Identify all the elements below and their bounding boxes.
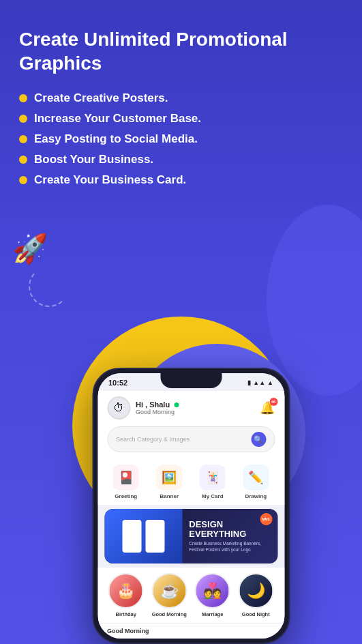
bullet-item-2: Increase Your Customer Base. — [19, 112, 343, 126]
user-info: ⏱ Hi , Shalu Good Morning — [107, 396, 179, 420]
status-icons: ▮ ▲▲ ▲ — [247, 379, 273, 386]
phone-inner: 10:52 ▮ ▲▲ ▲ ⏱ Hi , Shalu Good Mo — [97, 373, 284, 639]
category-drawing[interactable]: ✏️ Drawing — [243, 465, 269, 499]
greeting-text: Hi , Shalu — [136, 400, 179, 409]
bottom-label-text: Good Morning — [107, 628, 149, 634]
banner-left-visual — [104, 509, 182, 564]
search-placeholder: Search Category & Images — [116, 436, 251, 443]
marriage-label: Marriage — [202, 611, 223, 617]
status-time: 10:52 — [108, 379, 127, 387]
phone-outer: 10:52 ▮ ▲▲ ▲ ⏱ Hi , Shalu Good Mo — [92, 368, 290, 644]
bullet-dot — [19, 115, 27, 123]
greeting-name: Hi , Shalu — [136, 400, 170, 409]
phone-notch — [160, 373, 222, 388]
greeting-label: Greeting — [115, 493, 137, 499]
drawing-label: Drawing — [245, 493, 267, 499]
rocket-decoration: 🚀 — [12, 232, 48, 265]
user-text: Hi , Shalu Good Morning — [136, 400, 179, 415]
bullet-dot — [19, 94, 27, 102]
circle-marriage[interactable]: 💑 Marriage — [195, 573, 230, 617]
icon-categories: 🎴 Greeting 🖼️ Banner 🃏 My Card ✏️ Drawin… — [97, 459, 284, 505]
morning-label: Good Morning — [152, 611, 187, 617]
signal-icon: ▲▲ — [253, 379, 265, 386]
app-header: ⏱ Hi , Shalu Good Morning 🔔 46 — [97, 391, 284, 426]
marriage-image: 💑 — [195, 573, 230, 609]
online-indicator — [174, 402, 179, 407]
feature-list: Create Creative Posters.Increase Your Cu… — [19, 91, 343, 187]
drawing-icon: ✏️ — [243, 465, 269, 491]
circle-categories: 🎂 Birthday ☕ Good Morning 💑 Marriage 🌙 G… — [97, 568, 284, 623]
mycard-icon: 🃏 — [200, 465, 226, 491]
night-label: Good Night — [242, 611, 270, 617]
main-title: Create Unlimited Promotional Graphics — [19, 27, 343, 75]
mini-phone-1 — [122, 520, 141, 553]
bottom-section-label: Good Morning — [97, 623, 284, 639]
category-mycard[interactable]: 🃏 My Card — [200, 465, 226, 499]
banner-badge: MNS — [260, 513, 272, 525]
mini-phone-2 — [145, 520, 164, 553]
search-icon[interactable]: 🔍 — [251, 432, 266, 447]
bg-shape-right — [267, 205, 362, 396]
search-bar[interactable]: Search Category & Images 🔍 — [107, 426, 275, 452]
birthday-image: 🎂 — [108, 573, 144, 609]
rocket-icon: 🚀 — [12, 232, 48, 265]
banner-label: Banner — [160, 493, 179, 499]
birthday-label: Birthday — [116, 611, 136, 617]
notification-bell[interactable]: 🔔 46 — [260, 400, 275, 415]
bullet-item-5: Create Your Business Card. — [19, 173, 343, 187]
greeting-sub: Good Morning — [136, 409, 179, 415]
circle-good-night[interactable]: 🌙 Good Night — [238, 573, 273, 617]
phone-mockup: 10:52 ▮ ▲▲ ▲ ⏱ Hi , Shalu Good Mo — [92, 368, 290, 644]
user-avatar: ⏱ — [107, 396, 130, 420]
bullet-item-3: Easy Posting to Social Media. — [19, 132, 343, 146]
banner-subtitle: Create Business Marketing Banners, Festi… — [189, 541, 271, 553]
wifi-icon: ▲ — [267, 379, 273, 386]
search-section: Search Category & Images 🔍 — [97, 426, 284, 459]
promo-banner[interactable]: DESIGNEVERYTHING Create Business Marketi… — [104, 509, 277, 564]
circle-birthday[interactable]: 🎂 Birthday — [108, 573, 144, 617]
banner-icon: 🖼️ — [156, 465, 182, 491]
greeting-icon: 🎴 — [113, 465, 139, 491]
bullet-dot — [19, 176, 27, 184]
hero-section: Create Unlimited Promotional Graphics Cr… — [0, 0, 362, 187]
bullet-dot — [19, 156, 27, 164]
rocket-trail — [29, 266, 70, 307]
bullet-item-1: Create Creative Posters. — [19, 91, 343, 105]
bullet-item-4: Boost Your Business. — [19, 153, 343, 166]
night-image: 🌙 — [238, 573, 273, 609]
circle-good-morning[interactable]: ☕ Good Morning — [151, 573, 187, 617]
morning-image: ☕ — [151, 573, 187, 609]
mycard-label: My Card — [202, 493, 224, 499]
category-banner[interactable]: 🖼️ Banner — [156, 465, 182, 499]
battery-icon: ▮ — [247, 379, 251, 386]
banner-title: DESIGNEVERYTHING — [189, 520, 271, 540]
bullet-dot — [19, 135, 27, 143]
notification-badge: 46 — [269, 398, 277, 406]
category-greeting[interactable]: 🎴 Greeting — [113, 465, 139, 499]
